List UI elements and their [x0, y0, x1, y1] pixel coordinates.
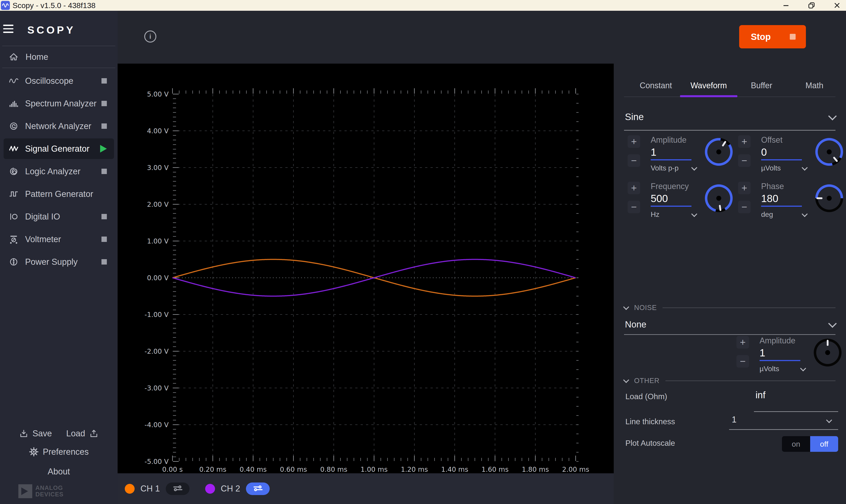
menu-hamburger-icon[interactable]: [3, 25, 14, 33]
tab-math[interactable]: Math: [788, 77, 841, 94]
value-underline: [759, 360, 800, 361]
load-button[interactable]: Load: [66, 429, 99, 438]
autoscale-off-option[interactable]: off: [810, 436, 839, 452]
pattern-generator-icon: [8, 189, 19, 199]
frequency-unit-select[interactable]: Hz: [651, 210, 696, 219]
svg-text:4.00 V: 4.00 V: [147, 127, 169, 135]
sidebar-item-oscilloscope[interactable]: Oscilloscope: [4, 71, 114, 91]
noise-type-select[interactable]: None: [625, 320, 835, 329]
phase-unit-select[interactable]: deg: [761, 210, 807, 219]
divider: [665, 381, 836, 381]
sidebar-item-pattern-generator[interactable]: Pattern Generator: [4, 184, 114, 204]
phase-decrement-button[interactable]: −: [738, 201, 751, 213]
svg-text:1.20 ms: 1.20 ms: [401, 466, 428, 473]
amplitude-value[interactable]: 1: [651, 146, 696, 158]
chevron-down-icon: [691, 165, 697, 171]
amplitude-knob[interactable]: [705, 138, 733, 166]
tab-waveform[interactable]: Waveform: [682, 77, 735, 94]
about-link[interactable]: About: [0, 462, 118, 482]
svg-text:3.00 V: 3.00 V: [147, 164, 169, 172]
waveform-plot[interactable]: 5.00 V4.00 V3.00 V2.00 V1.00 V0.00 V-1.0…: [118, 64, 614, 473]
line-thickness-label: Line thickness: [625, 417, 675, 426]
sidebar-item-home[interactable]: Home: [0, 46, 118, 68]
svg-text:0.00 s: 0.00 s: [162, 466, 183, 473]
sidebar-item-spectrum-analyzer[interactable]: Spectrum Analyzer: [4, 93, 114, 114]
channel-color-dot[interactable]: [125, 484, 134, 494]
waveform-type-select[interactable]: Sine: [625, 111, 835, 122]
svg-text:0.80 ms: 0.80 ms: [320, 466, 347, 473]
chevron-down-icon: [800, 365, 806, 372]
autoscale-on-option[interactable]: on: [782, 436, 810, 452]
amplitude-increment-button[interactable]: +: [628, 135, 640, 148]
offset-increment-button[interactable]: +: [738, 135, 751, 148]
frequency-increment-button[interactable]: +: [628, 182, 640, 194]
sidebar-item-signal-generator[interactable]: Signal Generator: [4, 139, 114, 159]
other-section-label: OTHER: [634, 377, 660, 385]
tab-constant[interactable]: Constant: [629, 77, 682, 94]
offset-value[interactable]: 0: [761, 146, 807, 158]
load-ohm-input[interactable]: inf: [756, 390, 766, 400]
channel-label: CH 2: [221, 484, 240, 493]
offset-knob[interactable]: [815, 138, 843, 166]
info-icon[interactable]: i: [144, 31, 156, 42]
sidebar-item-digital-io[interactable]: Digital IO: [4, 206, 114, 227]
channel-1-settings-button[interactable]: [166, 483, 190, 495]
save-button[interactable]: Save: [19, 429, 52, 438]
plot-autoscale-toggle: on off: [782, 436, 838, 452]
analog-devices-brand: ANALOG DEVICES: [0, 482, 118, 501]
tab-buffer[interactable]: Buffer: [735, 77, 788, 94]
amplitude-decrement-button[interactable]: −: [628, 154, 640, 167]
svg-text:0.40 ms: 0.40 ms: [239, 466, 267, 473]
network-analyzer-icon: [8, 121, 19, 131]
analog-devices-logo-icon: [18, 484, 32, 498]
signal-generator-panel: Stop ConstantWaveformBufferMath Sine + −…: [614, 11, 846, 504]
chevron-down-icon: [828, 112, 836, 120]
sidebar-item-network-analyzer[interactable]: Network Analyzer: [4, 116, 114, 137]
tool-stopped-indicator: [102, 236, 107, 242]
maximize-restore-button[interactable]: [808, 1, 815, 10]
stop-button[interactable]: Stop: [739, 25, 806, 48]
phase-knob[interactable]: [815, 184, 843, 212]
signal-generator-icon: [8, 144, 19, 154]
value-underline: [761, 159, 802, 160]
active-tab-indicator: [680, 95, 737, 97]
preferences-button[interactable]: Preferences: [0, 442, 118, 462]
sidebar-item-voltmeter[interactable]: Voltmeter: [4, 229, 114, 250]
svg-text:1.80 ms: 1.80 ms: [522, 466, 549, 473]
noise-amplitude-decrement-button[interactable]: −: [736, 355, 749, 367]
channel-color-dot[interactable]: [205, 484, 215, 494]
legend-channel-2: CH 2: [205, 483, 270, 495]
svg-text:2.00 ms: 2.00 ms: [562, 466, 589, 473]
offset-decrement-button[interactable]: −: [738, 154, 751, 167]
phase-increment-button[interactable]: +: [738, 182, 751, 194]
app-icon: [1, 1, 10, 10]
tool-stopped-indicator: [102, 78, 107, 84]
sidebar-item-power-supply[interactable]: Power Supply: [4, 252, 114, 272]
frequency-value[interactable]: 500: [651, 192, 696, 204]
sidebar-item-logic-analyzer[interactable]: Logic Analyzer: [4, 161, 114, 182]
tool-stopped-indicator: [102, 101, 107, 106]
frequency-knob[interactable]: [705, 184, 733, 212]
frequency-decrement-button[interactable]: −: [628, 201, 640, 213]
noise-amplitude-unit-select[interactable]: µVolts: [759, 365, 805, 373]
noise-amplitude-knob[interactable]: [814, 339, 842, 366]
phase-label: Phase: [761, 182, 807, 192]
phase-value[interactable]: 180: [761, 192, 807, 204]
sidebar-item-label: Home: [25, 52, 48, 62]
noise-amplitude-increment-button[interactable]: +: [736, 336, 749, 348]
load-ohm-label: Load (Ohm): [625, 392, 667, 401]
offset-unit-select[interactable]: µVolts: [761, 164, 807, 172]
close-icon[interactable]: [833, 1, 841, 10]
chevron-down-icon: [691, 211, 697, 217]
digital-io-icon: [8, 212, 19, 222]
line-thickness-select[interactable]: 1: [732, 415, 736, 425]
noise-amplitude-value[interactable]: 1: [759, 346, 805, 359]
sidebar-item-label: Power Supply: [25, 257, 77, 267]
svg-text:0.00 V: 0.00 V: [147, 274, 169, 282]
channel-2-settings-button[interactable]: [246, 483, 270, 495]
amplitude-unit-select[interactable]: Volts p-p: [651, 164, 696, 172]
svg-text:5.00 V: 5.00 V: [147, 90, 169, 98]
noise-collapse-icon[interactable]: [623, 304, 629, 310]
minimize-button[interactable]: [782, 1, 790, 10]
other-collapse-icon[interactable]: [623, 377, 629, 383]
